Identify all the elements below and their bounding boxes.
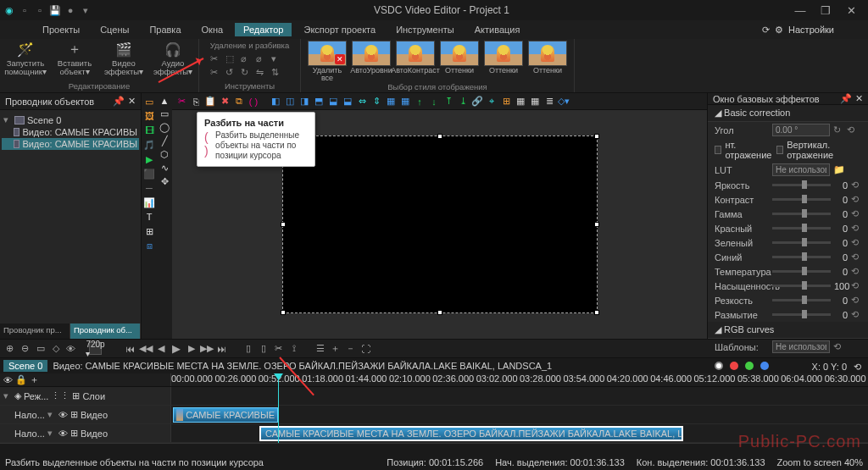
save-icon[interactable]: 💾 xyxy=(49,4,61,16)
menu-activation[interactable]: Активация xyxy=(466,23,529,36)
slider-2[interactable] xyxy=(772,213,831,215)
insert-object-button[interactable]: ＋Вставить объект▾ xyxy=(54,41,95,76)
flip-v-icon[interactable]: ⇅ xyxy=(271,67,283,79)
style-tint-1[interactable]: Оттенки xyxy=(438,41,481,82)
clip-1[interactable]: САМЫЕ КРАСИВЫЕ xyxy=(173,407,278,423)
style-tint-2[interactable]: Оттенки xyxy=(482,41,525,82)
panel-close-icon[interactable]: ✕ xyxy=(128,96,136,107)
slider-reset-3[interactable]: ⟲ xyxy=(851,223,861,234)
flip-v-check[interactable] xyxy=(776,146,783,154)
tb-up-icon[interactable]: ↑ xyxy=(414,96,426,108)
tb-more-icon[interactable]: ◇▾ xyxy=(558,96,570,108)
curve-blue-dot[interactable] xyxy=(760,362,769,370)
left-tab-projects[interactable]: Проводник пр... xyxy=(0,323,70,339)
audio-effects-button[interactable]: 🎧Аудио эффекты▾ xyxy=(153,41,193,76)
tb-same-h-icon[interactable]: ▦ xyxy=(399,96,411,108)
angle-reset-icon[interactable]: ⟲ xyxy=(847,124,857,135)
playhead[interactable] xyxy=(278,373,279,443)
slider-8[interactable] xyxy=(772,299,831,301)
tb-align-r-icon[interactable]: ◨ xyxy=(298,96,310,108)
menu-editor[interactable]: Редактор xyxy=(235,23,292,36)
track-eye-icon[interactable]: 👁 xyxy=(3,375,13,385)
mark-out-icon[interactable]: ▯ xyxy=(257,342,270,355)
tb-group-icon[interactable]: ⊞ xyxy=(500,96,512,108)
menu-scenes[interactable]: Сцены xyxy=(92,23,137,36)
tb-align-l-icon[interactable]: ◧ xyxy=(270,96,281,108)
tl-props-icon[interactable]: ☰ xyxy=(314,342,326,355)
tb-grid2-icon[interactable]: ▦ xyxy=(529,96,541,108)
panel2-close-icon[interactable]: ✕ xyxy=(855,93,863,104)
style-autolevels[interactable]: АвтоУровни xyxy=(350,41,392,82)
dropdown-icon[interactable]: ▾ xyxy=(80,4,92,16)
pin2-icon[interactable]: 📌 xyxy=(840,93,852,104)
left-tab-objects[interactable]: Проводник об... xyxy=(70,323,141,339)
resolution-select[interactable]: 720p ▾ xyxy=(89,342,102,355)
skip-end-icon[interactable]: ⏭ xyxy=(215,342,228,355)
sync-icon[interactable]: ⟳ xyxy=(762,25,770,36)
slider-reset-0[interactable]: ⟲ xyxy=(851,180,861,191)
tl-eye-icon[interactable]: 👁 xyxy=(64,342,77,355)
tree-item-2[interactable]: Видео: САМЫЕ КРАСИВЫ xyxy=(22,139,137,149)
style-autocontrast[interactable]: АвтоКонтраст xyxy=(394,41,437,82)
step-fwd-icon[interactable]: ▶ xyxy=(185,342,198,355)
step-back-icon[interactable]: ◀ xyxy=(154,342,167,355)
slider-6[interactable] xyxy=(772,270,831,273)
basic-correction-section[interactable]: ◢ Basic correction xyxy=(708,105,868,122)
play-button[interactable]: ▶ xyxy=(170,342,182,355)
record-icon[interactable]: ● xyxy=(64,4,76,16)
tb-back-icon[interactable]: ⤓ xyxy=(457,96,469,108)
slider-reset-6[interactable]: ⟲ xyxy=(851,266,861,277)
tl-del-icon[interactable]: ⊖ xyxy=(19,342,31,355)
tree-scene[interactable]: Scene 0 xyxy=(27,115,61,125)
slider-reset-2[interactable]: ⟲ xyxy=(851,208,861,219)
tl-add-icon[interactable]: ⊕ xyxy=(3,342,16,355)
tb-link-icon[interactable]: 🔗 xyxy=(471,96,483,108)
wizard-button[interactable]: 🪄Запустить помощник▾ xyxy=(5,41,46,76)
tree-item-1[interactable]: Видео: САМЫЕ КРАСИВЫ xyxy=(22,127,137,137)
flip-h-check[interactable] xyxy=(715,146,721,154)
skip-start-icon[interactable]: ⏮ xyxy=(124,342,136,355)
menu-tools[interactable]: Инструменты xyxy=(387,23,463,36)
tl-cut-icon[interactable]: ✂ xyxy=(272,342,285,355)
tb-down-icon[interactable]: ↓ xyxy=(428,96,440,108)
slider-1[interactable] xyxy=(772,198,831,201)
lut-browse-icon[interactable]: 📁 xyxy=(833,164,843,175)
shape-rect-icon[interactable]: ▭ xyxy=(160,108,169,119)
tpl-reset-icon[interactable]: ⟲ xyxy=(833,341,843,352)
pin-icon[interactable]: 📌 xyxy=(113,96,125,107)
menu-projects[interactable]: Проекты xyxy=(34,23,88,36)
curve-rgb-dot[interactable] xyxy=(715,362,723,370)
tb-dist-h-icon[interactable]: ⇔ xyxy=(356,96,368,108)
shape-line-icon[interactable]: ╱ xyxy=(162,135,168,147)
slider-5[interactable] xyxy=(772,256,831,258)
cut2-icon[interactable]: ✂ xyxy=(210,67,222,79)
add-sprite-icon[interactable]: ▭ xyxy=(143,96,155,108)
tool-a-icon[interactable]: ⌀ xyxy=(241,53,253,65)
tl-fit-icon[interactable]: ⛶ xyxy=(359,342,372,355)
track1-name[interactable]: Нало... xyxy=(14,410,45,420)
shape-free-icon[interactable]: ∿ xyxy=(161,163,169,174)
tb-split-icon[interactable]: ( ) xyxy=(248,96,259,108)
cut-icon[interactable]: ✂ xyxy=(210,53,222,65)
slider-4[interactable] xyxy=(772,241,831,244)
tb-align-c-icon[interactable]: ◫ xyxy=(284,96,296,108)
tl-crop-icon[interactable]: ⟟ xyxy=(287,342,300,355)
menu-edit[interactable]: Правка xyxy=(141,23,189,36)
add-video-icon[interactable]: 🎞 xyxy=(143,124,155,136)
track-lock-icon[interactable]: 🔒 xyxy=(15,374,27,385)
track0-name[interactable]: Реж... xyxy=(24,391,48,401)
add-line-icon[interactable]: ─ xyxy=(143,182,155,194)
track2-name[interactable]: Нало... xyxy=(14,429,45,439)
tb-align-b-icon[interactable]: ⬓ xyxy=(342,96,353,108)
tb-dist-v-icon[interactable]: ⇕ xyxy=(370,96,382,108)
slider-reset-5[interactable]: ⟲ xyxy=(851,252,861,263)
slider-reset-4[interactable]: ⟲ xyxy=(851,237,861,248)
lut-select[interactable] xyxy=(772,163,830,176)
gear-icon[interactable]: ⚙ xyxy=(775,25,783,36)
add-animation-icon[interactable]: ⬛ xyxy=(143,168,155,180)
rotate-left-icon[interactable]: ↺ xyxy=(225,67,237,79)
style-tint-3[interactable]: Оттенки xyxy=(526,41,569,82)
curve-green-dot[interactable] xyxy=(745,362,754,370)
tb-front-icon[interactable]: ⤒ xyxy=(442,96,454,108)
clip-2[interactable]: САМЫЕ КРАСИВЫЕ МЕСТА НА ЗЕМЛЕ. ОЗЕРО БАЙ… xyxy=(259,426,683,441)
